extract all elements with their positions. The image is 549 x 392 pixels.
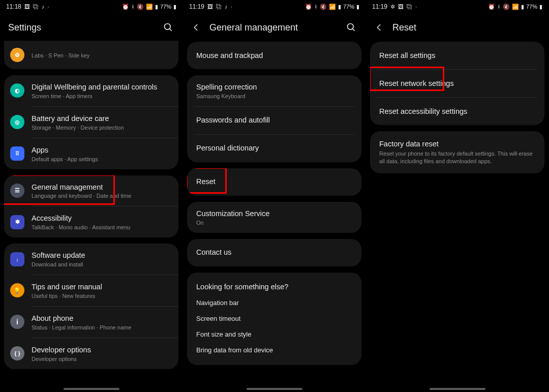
back-button[interactable] <box>191 23 201 32</box>
status-time: 11:18 <box>6 3 21 10</box>
download-icon: ↓ <box>10 252 24 266</box>
settings-item[interactable]: ⚙ Labs · S Pen · Side key <box>4 41 178 69</box>
battery-percent: 77% <box>160 4 171 10</box>
item-subtitle: Reset your phone to its factory default … <box>379 150 535 165</box>
accessibility-icon: ✱ <box>10 215 24 229</box>
item-title: Reset accessibility settings <box>379 107 535 116</box>
search-button[interactable] <box>345 22 357 33</box>
more-icon: · <box>231 4 232 10</box>
alarm-icon: ⏰ <box>122 4 129 10</box>
sync-icon: ✲ <box>390 4 395 10</box>
gm-group-looking: Looking for something else? Navigation b… <box>187 273 361 365</box>
info-icon: i <box>10 315 24 329</box>
home-indicator[interactable] <box>430 388 485 390</box>
bulb-icon: 💡 <box>10 283 24 297</box>
settings-item-battery[interactable]: ◎ Battery and device care Storage · Memo… <box>4 107 178 138</box>
item-title: Software update <box>32 251 169 260</box>
picture-icon: 🖼 <box>207 4 213 10</box>
item-title: Spelling correction <box>196 82 352 92</box>
svg-line-3 <box>353 29 355 31</box>
search-button[interactable] <box>162 22 174 33</box>
item-title: Reset all settings <box>379 51 535 61</box>
settings-item-general-management[interactable]: ☰ General management Language and keyboa… <box>4 175 178 206</box>
wifi-icon: 📶 <box>146 4 153 10</box>
settings-item-tips[interactable]: 💡 Tips and user manual Useful tips · New… <box>4 275 178 306</box>
reset-network-settings[interactable]: Reset network settings <box>370 70 544 97</box>
screenshot-icon: ⿻ <box>407 4 412 10</box>
item-subtitle: Status · Legal information · Phone name <box>32 324 169 330</box>
gm-item-contact[interactable]: Contact us <box>187 239 361 266</box>
gm-item-reset[interactable]: Reset <box>187 168 361 196</box>
item-title: Battery and device care <box>32 114 169 124</box>
settings-item-wellbeing[interactable]: ◐ Digital Wellbeing and parental control… <box>4 75 178 106</box>
item-subtitle: Labs · S Pen · Side key <box>32 52 169 58</box>
wifi-icon: 📶 <box>512 4 519 10</box>
item-subtitle: Download and install <box>32 261 169 267</box>
wellbeing-icon: ◐ <box>10 83 24 98</box>
signal-icon: ▮ <box>521 4 524 10</box>
sliders-icon: ☰ <box>10 184 24 198</box>
mute-icon: 🔇 <box>503 4 510 10</box>
svg-point-2 <box>348 24 354 30</box>
battery-icon: ▮ <box>539 4 542 10</box>
item-title: Contact us <box>196 248 352 257</box>
item-subtitle: Language and keyboard · Date and time <box>32 193 169 199</box>
link-navigation-bar[interactable]: Navigation bar <box>187 295 361 311</box>
page-title: Reset <box>392 22 540 33</box>
gm-item-dictionary[interactable]: Personal dictionary <box>187 135 361 162</box>
item-subtitle: Useful tips · New features <box>32 293 169 299</box>
page-title: General management <box>209 22 337 33</box>
alarm-icon: ⏰ <box>488 4 495 10</box>
battery-percent: 77% <box>526 4 537 10</box>
bluetooth-icon: ᚼ <box>314 4 318 10</box>
status-time: 11:19 <box>372 3 387 10</box>
more-icon: · <box>415 4 417 10</box>
picture-icon: 🖼 <box>24 4 30 10</box>
alarm-icon: ⏰ <box>305 4 312 10</box>
app-bar: General management <box>183 13 365 42</box>
settings-item-apps[interactable]: ⠿ Apps Default apps · App settings <box>4 138 178 169</box>
battery-icon: ▮ <box>356 4 359 10</box>
braces-icon: { } <box>10 346 24 360</box>
item-title: Customization Service <box>196 209 352 219</box>
mute-icon: 🔇 <box>137 4 144 10</box>
reset-accessibility-settings[interactable]: Reset accessibility settings <box>370 98 544 125</box>
back-button[interactable] <box>374 23 384 32</box>
page-title: Settings <box>8 22 154 33</box>
bluetooth-icon: ᚼ <box>497 4 501 10</box>
app-bar: Settings <box>0 13 182 42</box>
item-title: Reset <box>196 177 352 187</box>
link-bring-data[interactable]: Bring data from old device <box>187 342 361 358</box>
item-subtitle: Storage · Memory · Device protection <box>32 125 169 131</box>
gm-item-customization[interactable]: Customization Service On <box>187 202 361 233</box>
gm-item-mouse[interactable]: Mouse and trackpad <box>187 42 361 69</box>
settings-item-accessibility[interactable]: ✱ Accessibility TalkBack · Mono audio · … <box>4 206 178 237</box>
item-title: General management <box>32 183 169 192</box>
svg-line-1 <box>170 29 172 31</box>
phone-screen-1: 11:18 🖼 ⿻ ♪ · ⏰ ᚼ 🔇 📶 ▮ 77% ▮ Settings ⚙ <box>0 0 183 392</box>
gm-group-contact: Contact us <box>187 239 361 266</box>
gm-item-passwords[interactable]: Passwords and autofill <box>187 107 361 134</box>
gm-item-spelling[interactable]: Spelling correction Samsung Keyboard <box>187 75 361 106</box>
settings-group-general: ☰ General management Language and keyboa… <box>4 175 178 238</box>
item-title: Personal dictionary <box>196 143 352 153</box>
factory-data-reset[interactable]: Factory data reset Reset your phone to i… <box>370 131 544 173</box>
apps-icon: ⠿ <box>10 146 24 161</box>
music-icon: ♪ <box>42 4 45 10</box>
battery-icon: ▮ <box>173 4 176 10</box>
link-font-size[interactable]: Font size and style <box>187 326 361 342</box>
status-bar: 11:18 🖼 ⿻ ♪ · ⏰ ᚼ 🔇 📶 ▮ 77% ▮ <box>0 0 182 13</box>
mute-icon: 🔇 <box>320 4 327 10</box>
item-title: Accessibility <box>32 214 169 223</box>
reset-group-2: Factory data reset Reset your phone to i… <box>370 131 544 173</box>
home-indicator[interactable] <box>64 388 119 390</box>
item-subtitle: On <box>196 220 352 226</box>
settings-item-software-update[interactable]: ↓ Software update Download and install <box>4 244 178 275</box>
signal-icon: ▮ <box>155 4 158 10</box>
settings-item-developer[interactable]: { } Developer options Developer options <box>4 338 178 369</box>
home-indicator[interactable] <box>247 388 302 390</box>
link-screen-timeout[interactable]: Screen timeout <box>187 311 361 326</box>
reset-all-settings[interactable]: Reset all settings <box>370 42 544 69</box>
settings-group-care: ◐ Digital Wellbeing and parental control… <box>4 75 178 169</box>
settings-item-about-phone[interactable]: i About phone Status · Legal information… <box>4 307 178 338</box>
